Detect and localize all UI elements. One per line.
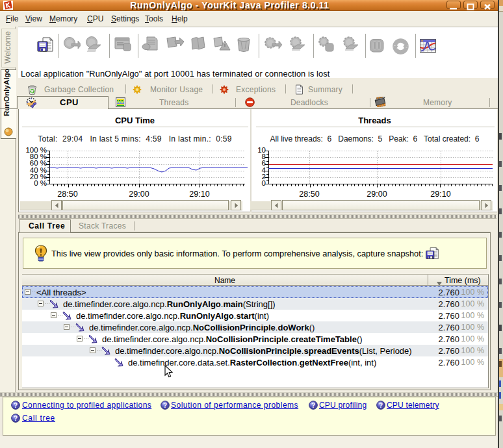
svg-text:?: ?: [163, 402, 167, 409]
svg-text:?: ?: [14, 415, 18, 422]
svg-text:?: ?: [311, 402, 315, 409]
svg-text:?: ?: [14, 402, 18, 409]
svg-text:?: ?: [379, 402, 383, 409]
